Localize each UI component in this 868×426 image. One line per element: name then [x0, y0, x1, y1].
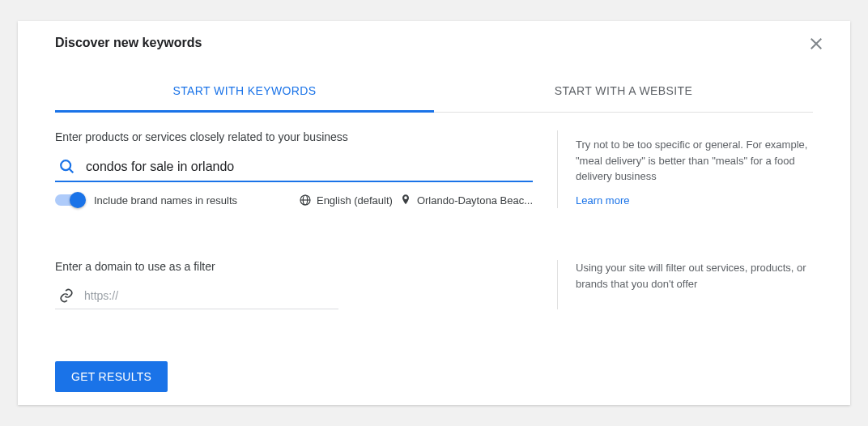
svg-line-1 — [70, 169, 74, 173]
location-selector[interactable]: Orlando-Daytona Beac... — [399, 194, 533, 207]
language-selector[interactable]: English (default) — [299, 194, 393, 207]
domain-help-text: Using your site will filter out services… — [576, 260, 813, 292]
tab-website[interactable]: START WITH A WEBSITE — [434, 73, 813, 112]
domain-field[interactable] — [55, 283, 338, 309]
keywords-input[interactable] — [86, 160, 533, 174]
pin-icon — [399, 194, 412, 207]
close-icon — [806, 42, 826, 56]
language-label: English (default) — [317, 194, 393, 207]
keywords-help-text: Try not to be too specific or general. F… — [576, 137, 813, 185]
location-label: Orlando-Daytona Beac... — [417, 194, 533, 207]
link-icon — [58, 288, 74, 304]
domain-label: Enter a domain to use as a filter — [55, 260, 533, 273]
learn-more-link[interactable]: Learn more — [576, 193, 629, 209]
keywords-label: Enter products or services closely relat… — [55, 130, 533, 143]
get-results-button[interactable]: GET RESULTS — [55, 361, 168, 392]
brand-toggle-label: Include brand names in results — [94, 194, 237, 207]
search-icon — [58, 158, 76, 176]
tab-keywords[interactable]: START WITH KEYWORDS — [55, 73, 434, 113]
globe-icon — [299, 194, 312, 207]
svg-point-0 — [61, 160, 70, 170]
brand-toggle[interactable] — [55, 194, 84, 206]
keywords-field[interactable] — [55, 153, 533, 182]
tabs: START WITH KEYWORDS START WITH A WEBSITE — [55, 73, 813, 113]
page-title: Discover new keywords — [55, 36, 202, 50]
domain-input[interactable] — [84, 289, 338, 302]
close-button[interactable] — [806, 34, 826, 53]
